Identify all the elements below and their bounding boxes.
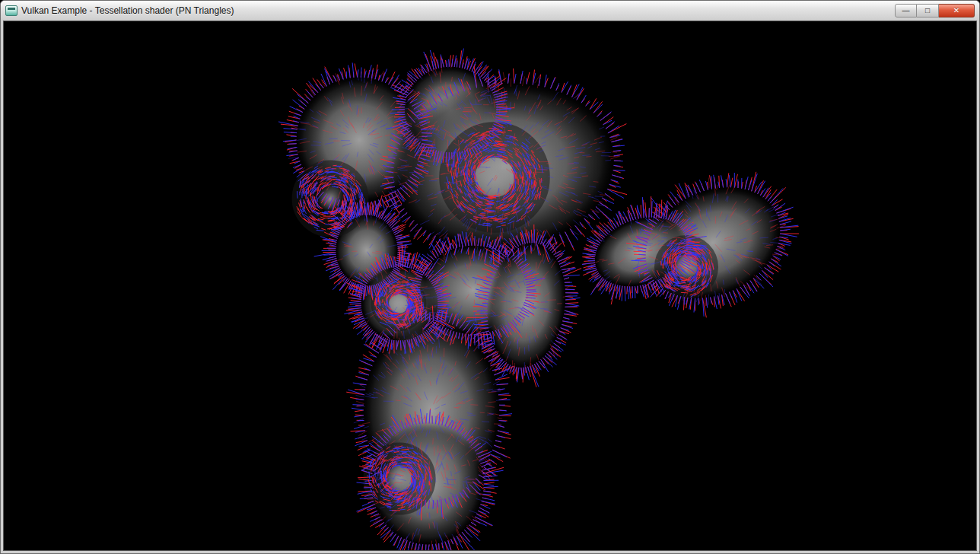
viewport — [3, 21, 977, 551]
maximize-icon: □ — [925, 7, 930, 14]
title-bar[interactable]: Vulkan Example - Tessellation shader (PN… — [1, 1, 979, 20]
app-icon[interactable] — [5, 5, 18, 16]
minimize-button[interactable]: — — [895, 4, 917, 18]
window-title: Vulkan Example - Tessellation shader (PN… — [21, 5, 234, 16]
close-icon: ✕ — [953, 7, 959, 14]
window-controls: — □ ✕ — [895, 3, 975, 18]
maximize-button[interactable]: □ — [917, 4, 939, 18]
close-button[interactable]: ✕ — [939, 4, 975, 18]
minimize-icon: — — [902, 7, 910, 14]
render-canvas[interactable] — [4, 21, 977, 551]
app-window: Vulkan Example - Tessellation shader (PN… — [0, 0, 980, 554]
